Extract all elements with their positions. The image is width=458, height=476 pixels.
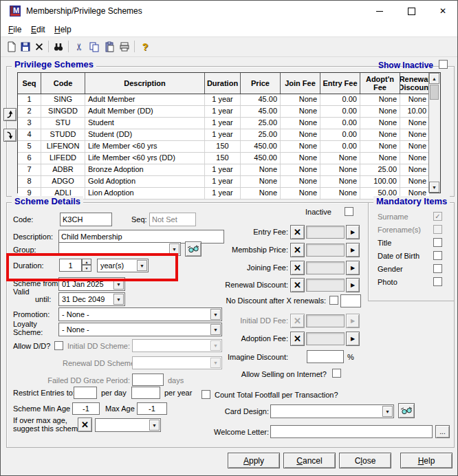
maximize-button[interactable] bbox=[395, 1, 427, 21]
delete-icon[interactable] bbox=[32, 40, 46, 54]
per-year-input[interactable] bbox=[131, 387, 160, 399]
find-binoculars-icon[interactable] bbox=[52, 40, 65, 54]
renewal-discount-expand-button[interactable]: ▶ bbox=[346, 278, 360, 292]
paste-icon[interactable] bbox=[102, 40, 116, 54]
print-icon[interactable] bbox=[118, 40, 131, 54]
cancel-button[interactable]: Cancel bbox=[283, 453, 336, 468]
table-row[interactable]: 1SINGAdult Member1 year45.00None0.00None… bbox=[18, 94, 429, 106]
move-row-down-button[interactable] bbox=[3, 129, 17, 142]
column-header[interactable]: Join Fee bbox=[281, 73, 320, 94]
column-header[interactable]: Adopt'n Fee bbox=[360, 73, 400, 94]
entry-fee-expand-button[interactable]: ▶ bbox=[346, 225, 360, 239]
new-document-icon[interactable] bbox=[5, 40, 19, 54]
no-discount-renewals-input[interactable] bbox=[340, 294, 361, 307]
clear-entry-fee-button[interactable]: ✕ bbox=[290, 225, 305, 239]
move-row-up-button[interactable] bbox=[3, 108, 17, 121]
close-button[interactable]: ✕ bbox=[427, 1, 458, 21]
column-header[interactable]: Duration bbox=[205, 73, 241, 94]
duration-spinner[interactable]: ▲ ▼ bbox=[82, 259, 91, 272]
menu-file[interactable]: File bbox=[5, 23, 25, 36]
table-row[interactable]: 8ADGOGold Adoption1 yearNoneNoneNone100.… bbox=[18, 176, 429, 188]
entry-fee-field[interactable] bbox=[306, 226, 345, 239]
minimize-button[interactable] bbox=[364, 1, 395, 21]
group-combo[interactable]: ▼ bbox=[58, 242, 181, 256]
save-icon[interactable] bbox=[19, 40, 32, 54]
column-header[interactable]: Price bbox=[241, 73, 281, 94]
menu-help[interactable]: Help bbox=[51, 23, 75, 36]
close-dialog-button[interactable]: Close bbox=[339, 453, 391, 468]
duration-input[interactable] bbox=[59, 259, 82, 272]
chevron-down-icon[interactable]: ▼ bbox=[382, 406, 393, 417]
chevron-down-icon[interactable]: ▼ bbox=[137, 260, 147, 271]
table-row[interactable]: 5LIFENONLife Member <60 yrs150450.00None… bbox=[18, 141, 429, 153]
column-header[interactable]: Description bbox=[85, 73, 205, 94]
table-cell: 1 year bbox=[205, 106, 241, 117]
chevron-down-icon[interactable]: ▼ bbox=[113, 279, 124, 290]
table-cell: 0.00 bbox=[320, 106, 360, 117]
card-design-lookup-button[interactable] bbox=[398, 403, 415, 418]
scrollbar-thumb[interactable] bbox=[430, 85, 439, 100]
clear-joining-fee-button[interactable]: ✕ bbox=[290, 261, 305, 275]
table-scrollbar[interactable]: ▲ ▼ bbox=[428, 73, 440, 193]
clear-renewal-discount-button[interactable]: ✕ bbox=[290, 278, 305, 292]
column-header[interactable]: Entry Fee bbox=[320, 73, 360, 94]
code-input[interactable] bbox=[60, 213, 112, 226]
spin-down-icon[interactable]: ▼ bbox=[82, 265, 91, 272]
chevron-down-icon[interactable]: ▼ bbox=[210, 324, 221, 335]
table-cell: 0.00 bbox=[320, 118, 360, 129]
renewal-discount-field[interactable] bbox=[306, 279, 345, 292]
mandatory-photo-checkbox[interactable] bbox=[433, 277, 442, 286]
welcome-letter-input[interactable] bbox=[270, 425, 433, 438]
mandatory-title-checkbox[interactable] bbox=[433, 238, 442, 247]
adoption-fee-field[interactable] bbox=[306, 332, 345, 345]
menu-edit[interactable]: Edit bbox=[28, 23, 49, 36]
clear-membship-price-button[interactable]: ✕ bbox=[290, 243, 305, 257]
cut-scissors-icon[interactable]: ✂ bbox=[72, 40, 86, 54]
card-design-combo[interactable]: ▼ bbox=[270, 404, 394, 418]
chevron-down-icon[interactable]: ▼ bbox=[149, 420, 160, 431]
copy-icon[interactable] bbox=[87, 40, 101, 54]
membship-price-field[interactable] bbox=[306, 244, 345, 257]
apply-button[interactable]: Apply bbox=[228, 453, 280, 468]
duration-unit-combo[interactable]: year(s) ▼ bbox=[97, 259, 149, 272]
table-row[interactable]: 3STUStudent1 year25.00None0.00NoneNone bbox=[18, 118, 429, 129]
valid-until-date-combo[interactable]: 31 Dec 2049 ▼ bbox=[58, 292, 125, 306]
valid-from-date-combo[interactable]: 01 Jan 2025 ▼ bbox=[58, 277, 125, 291]
inactive-checkbox[interactable] bbox=[345, 207, 353, 216]
membship-price-expand-button[interactable]: ▶ bbox=[346, 243, 360, 257]
column-header[interactable]: Seq bbox=[18, 73, 41, 94]
imagine-discount-input[interactable] bbox=[307, 350, 344, 363]
no-discount-checkbox[interactable] bbox=[329, 296, 338, 305]
allow-selling-checkbox[interactable] bbox=[332, 369, 341, 378]
help-question-icon[interactable]: ? bbox=[138, 40, 152, 54]
clear-suggest-scheme-button[interactable]: ✕ bbox=[78, 418, 92, 432]
table-row[interactable]: 7ADBRBronze Adoption1 yearNoneNoneNone25… bbox=[18, 164, 429, 176]
clear-adoption-fee-button[interactable]: ✕ bbox=[290, 332, 305, 346]
table-row[interactable]: 4STUDDStudent (DD)1 year25.00None0.00Non… bbox=[18, 129, 429, 141]
adoption-fee-expand-button[interactable]: ▶ bbox=[346, 332, 360, 346]
mandatory-gender-checkbox[interactable] bbox=[433, 264, 442, 273]
welcome-letter-browse-button[interactable]: ... bbox=[435, 425, 450, 438]
table-row[interactable]: 6LIFEDDLife Member <60 yrs (DD)150450.00… bbox=[18, 153, 429, 164]
allow-dd-checkbox[interactable] bbox=[54, 341, 63, 350]
suggest-scheme-combo[interactable]: ▼ bbox=[95, 418, 161, 432]
scroll-up-button[interactable]: ▲ bbox=[429, 73, 439, 84]
scroll-down-button[interactable]: ▼ bbox=[429, 182, 439, 193]
chevron-down-icon[interactable]: ▼ bbox=[113, 294, 124, 305]
column-header[interactable]: Renewal Discount bbox=[400, 73, 429, 94]
mandatory-dob-checkbox[interactable] bbox=[433, 251, 442, 260]
footfall-checkbox[interactable] bbox=[201, 390, 210, 399]
per-day-input[interactable] bbox=[74, 387, 97, 399]
chevron-down-icon[interactable]: ▼ bbox=[169, 244, 179, 255]
spin-up-icon[interactable]: ▲ bbox=[82, 259, 91, 265]
joining-fee-expand-button[interactable]: ▶ bbox=[346, 261, 360, 275]
failed-dd-grace-input[interactable] bbox=[132, 374, 164, 386]
show-inactive-checkbox[interactable] bbox=[439, 60, 448, 69]
column-header[interactable]: Code bbox=[41, 73, 85, 94]
table-row[interactable]: 2SINGDDAdult Member (DD)1 year45.00None0… bbox=[18, 106, 429, 118]
max-age-input[interactable] bbox=[137, 402, 167, 415]
joining-fee-field[interactable] bbox=[306, 261, 345, 274]
min-age-input[interactable] bbox=[72, 402, 100, 415]
mandatory-item-gender-label: Gender bbox=[378, 265, 403, 273]
help-button[interactable]: Help bbox=[400, 453, 452, 468]
